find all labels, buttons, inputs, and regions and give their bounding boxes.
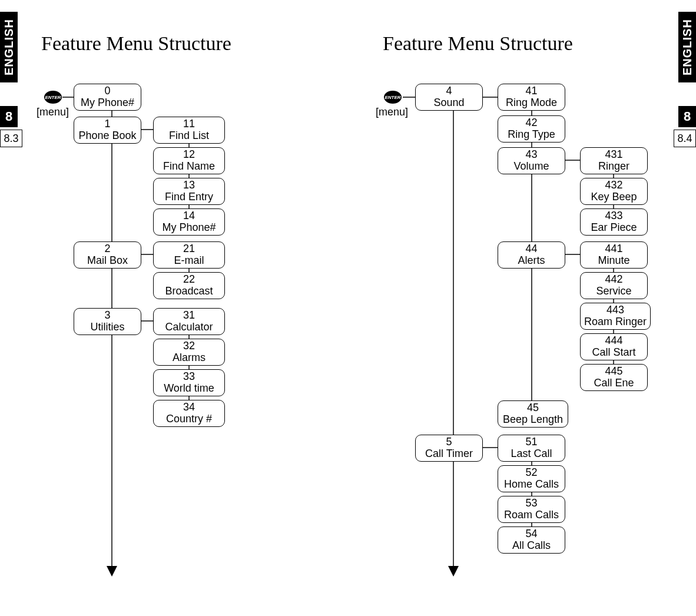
node-alerts: 44Alerts (498, 241, 565, 269)
node-all-calls: 54All Calls (498, 526, 565, 554)
page-number-left: 8.3 (0, 130, 22, 147)
node-call-timer: 5Call Timer (415, 435, 483, 462)
menu-label-right: [menu] (376, 106, 408, 118)
node-email: 21E-mail (153, 241, 225, 269)
node-find-entry: 13Find Entry (153, 178, 225, 205)
node-utilities: 3Utilities (74, 308, 141, 335)
node-roam-ringer: 443Roam Ringer (580, 303, 651, 330)
enter-icon: ENTER (44, 91, 62, 104)
node-find-name: 12Find Name (153, 147, 225, 174)
node-ringer: 431Ringer (580, 147, 648, 174)
node-phone-book: 1Phone Book (74, 117, 141, 144)
section-number-left: 8 (0, 106, 18, 127)
node-roam-calls: 53Roam Calls (498, 496, 565, 523)
node-my-phone-0: 0My Phone# (74, 84, 141, 111)
page-number-right: 8.4 (674, 130, 696, 147)
page-title-left: Feature Menu Structure (41, 32, 231, 55)
node-country-num: 34Country # (153, 400, 225, 427)
node-find-list: 11Find List (153, 117, 225, 144)
menu-label-left: [menu] (37, 106, 69, 118)
side-tab-right: ENGLISH (678, 12, 696, 82)
node-key-beep: 432Key Beep (580, 178, 648, 205)
node-sound: 4Sound (415, 84, 483, 111)
node-last-call: 51Last Call (498, 435, 565, 462)
node-home-calls: 52Home Calls (498, 465, 565, 492)
node-ring-mode: 41Ring Mode (498, 84, 565, 111)
node-ring-type: 42Ring Type (498, 115, 565, 143)
node-service: 442Service (580, 272, 648, 299)
side-tab-left: ENGLISH (0, 12, 18, 82)
node-call-start: 444Call Start (580, 333, 648, 360)
node-minute: 441Minute (580, 241, 648, 269)
enter-icon: ENTER (384, 91, 402, 104)
node-my-phone-14: 14My Phone# (153, 208, 225, 236)
node-volume: 43Volume (498, 147, 565, 174)
node-calculator: 31Calculator (153, 308, 225, 335)
node-alarms: 32Alarms (153, 339, 225, 366)
node-mail-box: 2Mail Box (74, 241, 141, 269)
node-ear-piece: 433Ear Piece (580, 208, 648, 236)
node-call-ene: 445Call Ene (580, 364, 648, 391)
page: ENGLISH 8 8.3 ENGLISH 8 8.4 Feature Menu… (0, 0, 696, 616)
node-beep-length: 45Beep Length (498, 400, 568, 428)
node-world-time: 33World time (153, 369, 225, 396)
section-number-right: 8 (678, 106, 696, 127)
node-broadcast: 22Broadcast (153, 272, 225, 299)
page-title-right: Feature Menu Structure (383, 32, 573, 55)
